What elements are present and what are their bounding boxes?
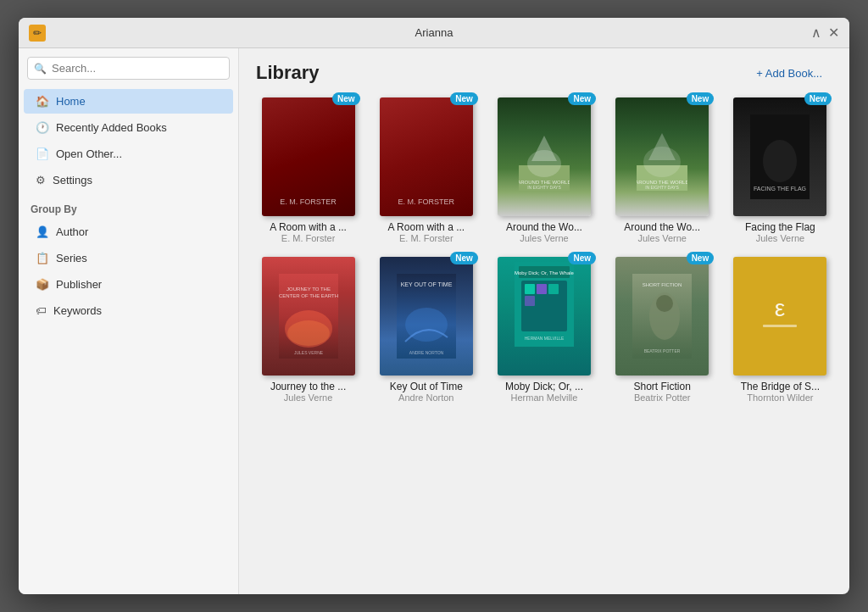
minimize-button[interactable]: ∧ [811,26,821,40]
new-badge: New [450,252,478,264]
book-item-keyout[interactable]: KEY OUT OF TIME ANDRE NORTON New Key Out… [374,257,478,403]
svg-text:IN EIGHTY DAYS: IN EIGHTY DAYS [527,185,561,190]
book-item-around-b[interactable]: AROUND THE WORLD IN EIGHTY DAYS New Arou… [610,97,715,243]
sidebar-item-publisher-label: Publisher [56,278,102,291]
sidebar-item-author[interactable]: 👤 Author [24,220,233,244]
book-item-journey[interactable]: JOURNEY TO THE CENTER OF THE EARTH JULES… [256,257,360,403]
new-badge: New [568,92,596,105]
sidebar-item-series[interactable]: 📋 Series [24,246,233,270]
book-cover-short: SHORT FICTION BEATRIX POTTER [615,257,709,376]
book-item-around-a[interactable]: AROUND THE WORLD IN EIGHTY DAYS New Arou… [492,97,596,243]
search-icon: 🔍 [34,63,47,75]
window-controls: ∧ ✕ [811,26,839,40]
clock-icon: 🕐 [36,121,49,134]
page-title: Library [256,62,320,84]
new-badge: New [450,92,478,105]
new-badge: New [687,92,715,105]
book-author: Herman Melville [511,392,578,403]
svg-text:HERMAN MELVILLE: HERMAN MELVILLE [525,336,565,341]
book-title: Short Fiction [634,381,691,392]
around-b-cover-art: AROUND THE WORLD IN EIGHTY DAYS [637,123,687,191]
svg-rect-30 [548,284,559,294]
svg-rect-28 [525,284,535,294]
app-window: ✏ Arianna ∧ ✕ 🔍 🏠 Home 🕐 Recently Added … [19,18,849,594]
sidebar-item-author-label: Author [56,225,88,238]
book-author: Beatrix Potter [634,392,691,403]
main-content: Library + Add Book... E. M. FORSTER New … [239,48,849,594]
book-item-room-b[interactable]: E. M. FORSTER New A Room with a ... E. M… [374,97,478,243]
gear-icon: ⚙ [36,174,46,186]
book-cover-room-a: E. M. FORSTER [262,97,355,216]
book-author: Jules Verne [520,233,568,243]
book-author: E. M. Forster [399,233,453,243]
book-cover-wrap: Moby Dick; Or, The Whale HERMAN MELVILLE… [498,257,591,376]
close-button[interactable]: ✕ [828,26,839,40]
book-item-moby[interactable]: Moby Dick; Or, The Whale HERMAN MELVILLE… [492,257,596,403]
book-author: E. M. Forster [281,233,336,243]
book-title: The Bridge of S... [741,381,820,392]
short-cover-art: SHORT FICTION BEATRIX POTTER [632,274,692,359]
book-cover-wrap: JOURNEY TO THE CENTER OF THE EARTH JULES… [262,257,355,376]
book-cover-bridge: ε [733,257,826,376]
book-item-facing[interactable]: FACING THE FLAG New Facing the Flag Jule… [728,97,832,243]
sidebar-item-home-label: Home [56,95,86,108]
series-icon: 📋 [36,252,49,264]
book-cover-keyout: KEY OUT OF TIME ANDRE NORTON [380,257,473,376]
svg-rect-29 [537,284,547,294]
sidebar-item-keywords[interactable]: 🏷 Keywords [24,298,233,323]
book-author: Jules Verne [284,392,332,403]
sidebar-item-series-label: Series [56,252,87,264]
new-badge: New [804,92,832,105]
book-cover-moby: Moby Dick; Or, The Whale HERMAN MELVILLE [498,257,591,376]
svg-point-11 [763,140,797,182]
svg-text:FACING THE FLAG: FACING THE FLAG [754,186,806,192]
book-item-short[interactable]: SHORT FICTION BEATRIX POTTER New Short F… [610,257,715,403]
add-book-button[interactable]: + Add Book... [746,63,832,84]
group-by-label: Group By [19,193,238,219]
book-cover-facing: FACING THE FLAG [733,97,826,216]
search-box[interactable]: 🔍 [27,57,230,80]
sidebar-item-open-label: Open Other... [56,147,122,160]
sidebar-item-recently-label: Recently Added Books [56,121,167,134]
book-cover-journey: JOURNEY TO THE CENTER OF THE EARTH JULES… [262,257,355,376]
titlebar-icons: ✏ [29,25,46,42]
sidebar-item-settings[interactable]: ⚙ Settings [24,168,233,192]
book-author: Thornton Wilder [747,392,813,403]
svg-text:Moby Dick; Or, The Whale: Moby Dick; Or, The Whale [515,270,574,275]
book-item-bridge[interactable]: ε The Bridge of S... Thornton Wilder [728,257,832,403]
file-icon: 📄 [36,147,49,160]
cover-art-room-a: E. M. FORSTER [276,194,340,209]
book-cover-room-b: E. M. FORSTER [380,97,473,216]
sidebar-item-open-other[interactable]: 📄 Open Other... [24,142,233,166]
svg-point-35 [656,295,673,312]
svg-text:JOURNEY TO THE: JOURNEY TO THE [287,287,331,292]
search-input[interactable] [27,57,230,80]
bridge-cover-art: ε [750,274,810,359]
main-header: Library + Add Book... [256,62,832,84]
svg-text:ANDRE NORTON: ANDRE NORTON [409,350,444,355]
facing-cover-art: FACING THE FLAG [750,114,810,199]
book-cover-around-a: AROUND THE WORLD IN EIGHTY DAYS [498,97,591,216]
sidebar-item-home[interactable]: 🏠 Home [24,89,233,114]
around-cover-art: AROUND THE WORLD IN EIGHTY DAYS [519,123,570,191]
svg-text:SHORT FICTION: SHORT FICTION [643,282,682,287]
home-icon: 🏠 [36,95,49,108]
journey-cover-art: JOURNEY TO THE CENTER OF THE EARTH JULES… [279,274,338,359]
book-title: A Room with a ... [387,221,465,233]
sidebar: 🔍 🏠 Home 🕐 Recently Added Books 📄 Open O… [19,48,239,594]
window-title: Arianna [415,26,453,39]
book-title: Facing the Flag [745,221,815,233]
sidebar-item-publisher[interactable]: 📦 Publisher [24,272,233,297]
sidebar-item-keywords-label: Keywords [53,304,102,317]
sidebar-item-recently-added[interactable]: 🕐 Recently Added Books [24,115,233,140]
keyout-cover-art: KEY OUT OF TIME ANDRE NORTON [397,274,456,359]
content-area: 🔍 🏠 Home 🕐 Recently Added Books 📄 Open O… [19,48,849,594]
book-author: Andre Norton [398,392,453,403]
book-title: Journey to the ... [270,381,346,392]
book-cover-wrap: AROUND THE WORLD IN EIGHTY DAYS New [498,97,591,216]
book-title: A Room with a ... [270,221,347,233]
book-item-room-a[interactable]: E. M. FORSTER New A Room with a ... E. M… [256,97,360,243]
book-cover-wrap: ε [733,257,826,376]
titlebar: ✏ Arianna ∧ ✕ [19,18,849,48]
new-badge: New [332,92,360,105]
